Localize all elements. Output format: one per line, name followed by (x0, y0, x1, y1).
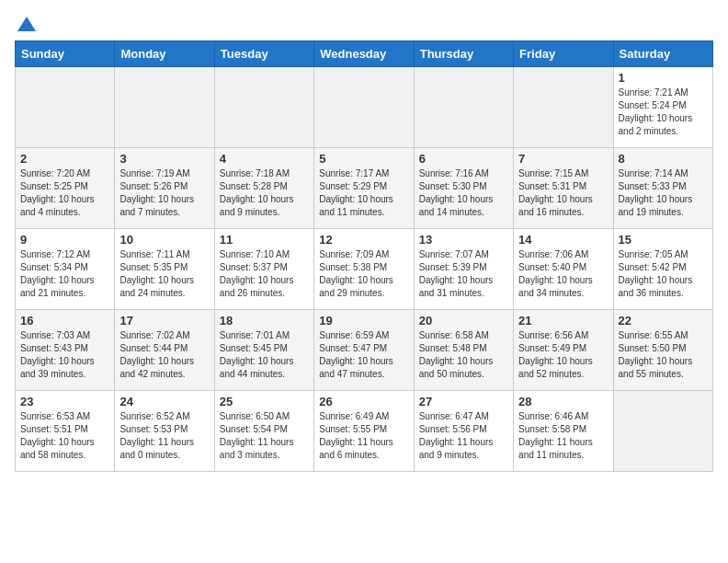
day-number: 25 (220, 395, 309, 408)
calendar-cell: 24Sunrise: 6:52 AM Sunset: 5:53 PM Dayli… (115, 391, 214, 472)
calendar-cell: 23Sunrise: 6:53 AM Sunset: 5:51 PM Dayli… (16, 391, 115, 472)
calendar-cell (414, 67, 513, 148)
day-number: 14 (518, 233, 608, 247)
day-number: 17 (119, 314, 209, 327)
day-info: Sunrise: 6:53 AM Sunset: 5:51 PM Dayligh… (20, 410, 109, 462)
day-info: Sunrise: 7:02 AM Sunset: 5:44 PM Dayligh… (119, 329, 209, 381)
day-number: 27 (419, 395, 508, 408)
calendar-cell (314, 67, 414, 148)
calendar-cell: 15Sunrise: 7:05 AM Sunset: 5:42 PM Dayli… (613, 229, 712, 310)
calendar-cell: 5Sunrise: 7:17 AM Sunset: 5:29 PM Daylig… (314, 148, 414, 229)
day-number: 1 (619, 71, 708, 85)
logo-text (15, 15, 36, 33)
calendar-cell (115, 67, 214, 148)
day-number: 20 (419, 314, 508, 327)
calendar-cell (16, 67, 115, 148)
day-info: Sunrise: 7:16 AM Sunset: 5:30 PM Dayligh… (419, 167, 508, 219)
calendar-week-2: 2Sunrise: 7:20 AM Sunset: 5:25 PM Daylig… (16, 148, 713, 229)
day-info: Sunrise: 7:10 AM Sunset: 5:37 PM Dayligh… (220, 248, 309, 300)
day-info: Sunrise: 7:09 AM Sunset: 5:38 PM Dayligh… (319, 248, 408, 300)
calendar-cell: 19Sunrise: 6:59 AM Sunset: 5:47 PM Dayli… (314, 310, 414, 391)
calendar-cell: 20Sunrise: 6:58 AM Sunset: 5:48 PM Dayli… (414, 310, 513, 391)
day-number: 16 (20, 314, 109, 327)
day-number: 8 (619, 152, 708, 166)
day-info: Sunrise: 6:50 AM Sunset: 5:54 PM Dayligh… (220, 410, 309, 462)
day-number: 12 (319, 233, 408, 247)
svg-marker-0 (17, 17, 36, 31)
day-info: Sunrise: 7:20 AM Sunset: 5:25 PM Dayligh… (20, 167, 109, 219)
calendar-cell: 17Sunrise: 7:02 AM Sunset: 5:44 PM Dayli… (115, 310, 214, 391)
calendar-cell: 3Sunrise: 7:19 AM Sunset: 5:26 PM Daylig… (115, 148, 214, 229)
calendar-week-4: 16Sunrise: 7:03 AM Sunset: 5:43 PM Dayli… (16, 310, 713, 391)
day-number: 21 (518, 314, 608, 327)
calendar-cell: 27Sunrise: 6:47 AM Sunset: 5:56 PM Dayli… (414, 391, 513, 472)
day-number: 3 (119, 152, 209, 166)
day-info: Sunrise: 7:15 AM Sunset: 5:31 PM Dayligh… (518, 167, 608, 219)
day-info: Sunrise: 7:17 AM Sunset: 5:29 PM Dayligh… (319, 167, 408, 219)
day-number: 9 (20, 233, 109, 247)
day-number: 4 (220, 152, 309, 166)
day-number: 23 (20, 395, 109, 408)
calendar-cell: 13Sunrise: 7:07 AM Sunset: 5:39 PM Dayli… (414, 229, 513, 310)
weekday-header-wednesday: Wednesday (314, 41, 414, 67)
weekday-header-tuesday: Tuesday (214, 41, 313, 67)
calendar-week-5: 23Sunrise: 6:53 AM Sunset: 5:51 PM Dayli… (16, 391, 713, 472)
day-info: Sunrise: 7:12 AM Sunset: 5:34 PM Dayligh… (20, 248, 109, 300)
calendar-cell: 28Sunrise: 6:46 AM Sunset: 5:58 PM Dayli… (514, 391, 613, 472)
calendar-cell: 1Sunrise: 7:21 AM Sunset: 5:24 PM Daylig… (613, 67, 712, 148)
day-number: 18 (220, 314, 309, 327)
day-info: Sunrise: 7:01 AM Sunset: 5:45 PM Dayligh… (220, 329, 309, 381)
weekday-header-thursday: Thursday (414, 41, 513, 67)
day-number: 2 (20, 152, 109, 166)
day-number: 11 (220, 233, 309, 247)
calendar-cell: 12Sunrise: 7:09 AM Sunset: 5:38 PM Dayli… (314, 229, 414, 310)
calendar: SundayMondayTuesdayWednesdayThursdayFrid… (15, 40, 713, 472)
day-number: 5 (319, 152, 408, 166)
weekday-header-monday: Monday (115, 41, 214, 67)
calendar-cell: 2Sunrise: 7:20 AM Sunset: 5:25 PM Daylig… (16, 148, 115, 229)
calendar-cell: 25Sunrise: 6:50 AM Sunset: 5:54 PM Dayli… (214, 391, 313, 472)
calendar-cell: 21Sunrise: 6:56 AM Sunset: 5:49 PM Dayli… (514, 310, 613, 391)
day-info: Sunrise: 6:59 AM Sunset: 5:47 PM Dayligh… (319, 329, 408, 381)
calendar-cell: 7Sunrise: 7:15 AM Sunset: 5:31 PM Daylig… (514, 148, 613, 229)
day-number: 19 (319, 314, 408, 327)
day-number: 26 (319, 395, 408, 408)
day-info: Sunrise: 6:52 AM Sunset: 5:53 PM Dayligh… (119, 410, 209, 462)
calendar-cell (514, 67, 613, 148)
day-info: Sunrise: 7:18 AM Sunset: 5:28 PM Dayligh… (220, 167, 309, 219)
page-header (15, 15, 713, 33)
calendar-cell: 8Sunrise: 7:14 AM Sunset: 5:33 PM Daylig… (613, 148, 712, 229)
calendar-cell (613, 391, 712, 472)
day-info: Sunrise: 6:56 AM Sunset: 5:49 PM Dayligh… (518, 329, 608, 381)
calendar-cell: 16Sunrise: 7:03 AM Sunset: 5:43 PM Dayli… (16, 310, 115, 391)
day-info: Sunrise: 6:46 AM Sunset: 5:58 PM Dayligh… (518, 410, 608, 462)
day-info: Sunrise: 6:58 AM Sunset: 5:48 PM Dayligh… (419, 329, 508, 381)
day-info: Sunrise: 6:55 AM Sunset: 5:50 PM Dayligh… (619, 329, 708, 381)
calendar-cell: 14Sunrise: 7:06 AM Sunset: 5:40 PM Dayli… (514, 229, 613, 310)
weekday-header-friday: Friday (514, 41, 613, 67)
day-info: Sunrise: 7:21 AM Sunset: 5:24 PM Dayligh… (619, 86, 708, 138)
calendar-cell: 4Sunrise: 7:18 AM Sunset: 5:28 PM Daylig… (214, 148, 313, 229)
calendar-week-3: 9Sunrise: 7:12 AM Sunset: 5:34 PM Daylig… (16, 229, 713, 310)
day-info: Sunrise: 6:47 AM Sunset: 5:56 PM Dayligh… (419, 410, 508, 462)
day-info: Sunrise: 7:07 AM Sunset: 5:39 PM Dayligh… (419, 248, 508, 300)
calendar-cell: 6Sunrise: 7:16 AM Sunset: 5:30 PM Daylig… (414, 148, 513, 229)
calendar-cell: 9Sunrise: 7:12 AM Sunset: 5:34 PM Daylig… (16, 229, 115, 310)
day-info: Sunrise: 6:49 AM Sunset: 5:55 PM Dayligh… (319, 410, 408, 462)
day-info: Sunrise: 7:19 AM Sunset: 5:26 PM Dayligh… (119, 167, 209, 219)
day-info: Sunrise: 7:14 AM Sunset: 5:33 PM Dayligh… (619, 167, 708, 219)
day-info: Sunrise: 7:06 AM Sunset: 5:40 PM Dayligh… (518, 248, 608, 300)
day-number: 22 (619, 314, 708, 327)
calendar-cell: 18Sunrise: 7:01 AM Sunset: 5:45 PM Dayli… (214, 310, 313, 391)
day-number: 10 (119, 233, 209, 247)
day-info: Sunrise: 7:03 AM Sunset: 5:43 PM Dayligh… (20, 329, 109, 381)
day-info: Sunrise: 7:11 AM Sunset: 5:35 PM Dayligh… (119, 248, 209, 300)
day-number: 6 (419, 152, 508, 166)
calendar-cell (214, 67, 313, 148)
day-number: 7 (518, 152, 608, 166)
day-number: 24 (119, 395, 209, 408)
calendar-cell: 22Sunrise: 6:55 AM Sunset: 5:50 PM Dayli… (613, 310, 712, 391)
calendar-cell: 26Sunrise: 6:49 AM Sunset: 5:55 PM Dayli… (314, 391, 414, 472)
calendar-week-1: 1Sunrise: 7:21 AM Sunset: 5:24 PM Daylig… (16, 67, 713, 148)
weekday-header-sunday: Sunday (16, 41, 115, 67)
